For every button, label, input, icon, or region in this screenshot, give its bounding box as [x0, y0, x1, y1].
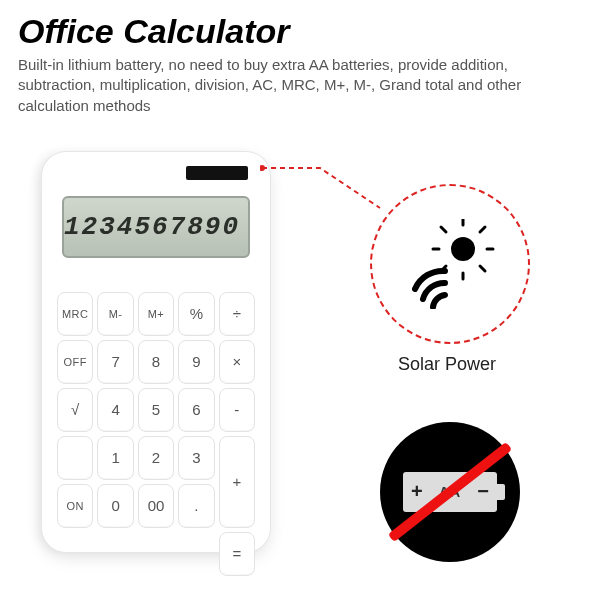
key-off[interactable]: OFF — [57, 340, 93, 384]
key-dot[interactable]: . — [178, 484, 214, 528]
key-mrc[interactable]: MRC — [57, 292, 93, 336]
sun-icon — [405, 219, 495, 309]
key-plus[interactable]: + — [219, 436, 255, 528]
key-blank[interactable] — [57, 436, 93, 480]
svg-line-9 — [480, 266, 485, 271]
key-9[interactable]: 9 — [178, 340, 214, 384]
battery-plus: + — [411, 480, 423, 503]
key-sqrt[interactable]: √ — [57, 388, 93, 432]
solar-callout-circle — [370, 184, 530, 344]
description-text: Built-in lithium battery, no need to buy… — [0, 55, 600, 122]
solar-label: Solar Power — [398, 354, 496, 375]
key-minus[interactable]: - — [219, 388, 255, 432]
key-3[interactable]: 3 — [178, 436, 214, 480]
product-stage: 1234567890 MRC M- M+ % ÷ OFF 7 8 9 × √ 4… — [0, 122, 600, 600]
svg-line-7 — [480, 227, 485, 232]
key-8[interactable]: 8 — [138, 340, 174, 384]
key-2[interactable]: 2 — [138, 436, 174, 480]
battery-minus: − — [477, 480, 489, 503]
key-7[interactable]: 7 — [97, 340, 133, 384]
key-1[interactable]: 1 — [97, 436, 133, 480]
key-divide[interactable]: ÷ — [219, 292, 255, 336]
page-title: Office Calculator — [0, 0, 600, 55]
key-4[interactable]: 4 — [97, 388, 133, 432]
svg-point-1 — [451, 237, 475, 261]
keypad: MRC M- M+ % ÷ OFF 7 8 9 × √ 4 5 6 - 1 2 … — [57, 292, 255, 576]
key-multiply[interactable]: × — [219, 340, 255, 384]
key-m-plus[interactable]: M+ — [138, 292, 174, 336]
svg-line-6 — [441, 227, 446, 232]
key-m-minus[interactable]: M- — [97, 292, 133, 336]
calculator-body: 1234567890 MRC M- M+ % ÷ OFF 7 8 9 × √ 4… — [42, 152, 270, 552]
no-battery-badge: + AA − — [380, 422, 520, 562]
key-6[interactable]: 6 — [178, 388, 214, 432]
key-equals[interactable]: = — [219, 532, 255, 576]
key-0[interactable]: 0 — [97, 484, 133, 528]
solar-panel — [186, 166, 248, 180]
key-5[interactable]: 5 — [138, 388, 174, 432]
key-percent[interactable]: % — [178, 292, 214, 336]
calculator-display: 1234567890 — [62, 196, 250, 258]
callout-leader-line — [260, 160, 390, 220]
key-on[interactable]: ON — [57, 484, 93, 528]
key-00[interactable]: 00 — [138, 484, 174, 528]
